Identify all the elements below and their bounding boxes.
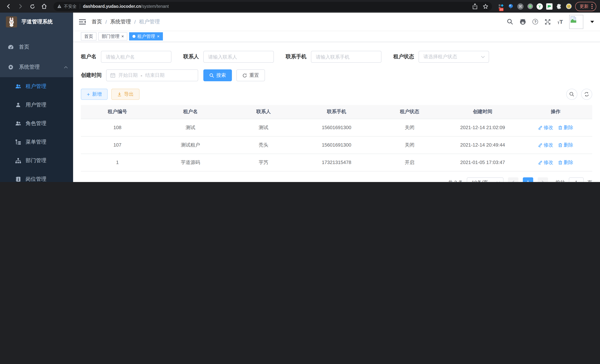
app-logo-image [6, 16, 17, 28]
extension-record-icon[interactable] [527, 3, 533, 9]
plus-icon: + [87, 91, 90, 97]
browser-back-icon[interactable] [4, 1, 13, 11]
omnibox-divider [80, 4, 80, 9]
browser-menu-icon[interactable] [591, 4, 593, 9]
export-button[interactable]: 导出 [111, 89, 140, 100]
tag-tenant[interactable]: 租户管理 × [129, 32, 163, 40]
date-range-picker[interactable]: 开始日期 - 结束日期 [106, 69, 198, 81]
goto-label: 前往 [555, 179, 565, 182]
extension-balloon-icon[interactable] [508, 3, 514, 9]
sidebar-item-system[interactable]: 系统管理 [0, 57, 73, 77]
font-size-icon[interactable]: TT [558, 19, 563, 25]
avatar[interactable] [569, 15, 583, 29]
chrome-update-button[interactable]: 更新 [575, 2, 596, 11]
col-tenant-name: 租户名 [154, 105, 227, 119]
help-icon[interactable]: ? [533, 19, 538, 25]
col-phone: 联系手机 [300, 105, 373, 119]
sidebar-fold-icon[interactable] [79, 19, 86, 25]
search-icon [209, 73, 214, 78]
browser-home-icon[interactable] [39, 1, 49, 11]
tag-home[interactable]: 首页 [81, 32, 96, 40]
current-page-button[interactable]: 1 [523, 177, 533, 182]
end-date-placeholder: 结束日期 [145, 72, 165, 79]
share-icon[interactable] [472, 3, 478, 9]
delete-button[interactable]: 删除 [558, 159, 573, 166]
extension-y-icon[interactable]: Y [536, 3, 543, 9]
tenant-name-input[interactable] [101, 51, 171, 63]
tag-dept[interactable]: 部门管理 × [98, 32, 127, 40]
page-size-select[interactable]: 10条/页 [467, 177, 504, 182]
delete-button[interactable]: 删除 [558, 124, 573, 131]
breadcrumb: 首页 / 系统管理 / 租户管理 [92, 18, 160, 25]
phone-input[interactable] [311, 51, 381, 63]
page-content: 租户名 联系人 联系手机 租户状态 请选择租户状态 [73, 42, 600, 182]
close-icon[interactable]: × [121, 34, 124, 38]
close-icon[interactable]: × [157, 34, 159, 38]
url-path: /system/tenant [141, 4, 169, 9]
col-created: 创建时间 [446, 105, 519, 119]
sidebar-item-posts[interactable]: 岗位管理 [0, 170, 73, 182]
user-icon [15, 102, 21, 108]
prev-page-button[interactable] [508, 177, 518, 182]
sidebar-item-roles[interactable]: 角色管理 [0, 114, 73, 133]
browser-reload-icon[interactable] [28, 1, 37, 11]
browser-forward-icon[interactable] [16, 1, 25, 11]
calendar-icon [110, 73, 115, 78]
edit-button[interactable]: 修改 [538, 159, 553, 166]
pen-icon [538, 160, 543, 165]
breadcrumb-current: 租户管理 [139, 18, 160, 25]
chevron-down-icon [497, 181, 500, 182]
extension-chat-icon[interactable] [546, 3, 553, 9]
table-header-row: 租户编号 租户名 联系人 联系手机 租户状态 创建时间 操作 [81, 105, 592, 119]
profile-avatar-icon[interactable] [565, 3, 572, 9]
search-icon[interactable] [507, 18, 513, 25]
table-row: 107 测试租户 秃头 15601691300 关闭 2021-12-14 20… [81, 136, 592, 154]
goto-page-input[interactable] [569, 177, 584, 182]
bookmark-star-icon[interactable] [483, 3, 488, 9]
search-icon [569, 92, 574, 97]
show-search-toggle-button[interactable] [566, 89, 577, 100]
contact-input[interactable] [203, 51, 274, 63]
sidebar-item-tenant[interactable]: 租户管理 [0, 77, 73, 96]
breadcrumb-home[interactable]: 首页 [92, 18, 102, 25]
app-logo-row[interactable]: 芋道管理系统 [0, 13, 73, 31]
extensions-puzzle-icon[interactable] [556, 3, 562, 9]
next-page-button[interactable] [538, 177, 548, 182]
sidebar-item-home[interactable]: 首页 [0, 37, 73, 57]
refresh-table-button[interactable] [581, 89, 592, 100]
tenant-table: 租户编号 租户名 联系人 联系手机 租户状态 创建时间 操作 108 测试 [81, 105, 592, 171]
security-label: 不安全 [64, 3, 77, 9]
pen-icon [538, 125, 543, 130]
extension-tiles-icon[interactable]: 10 [498, 3, 504, 9]
fullscreen-icon[interactable] [544, 18, 551, 25]
status-select[interactable]: 请选择租户状态 [419, 51, 489, 63]
sidebar-item-users[interactable]: 用户管理 [0, 96, 73, 114]
edit-button[interactable]: 修改 [538, 141, 553, 148]
avatar-caret-icon[interactable] [590, 21, 594, 23]
table-row: 108 测试 测试 15601691300 关闭 2021-12-14 21:0… [81, 119, 592, 136]
col-contact: 联系人 [227, 105, 300, 119]
edit-button[interactable]: 修改 [538, 124, 553, 131]
search-button[interactable]: 搜索 [203, 69, 232, 81]
sidebar-item-depts[interactable]: 部门管理 [0, 151, 73, 170]
refresh-icon [242, 73, 247, 78]
chevron-right-icon [541, 180, 544, 182]
add-button[interactable]: + 新增 [81, 89, 108, 100]
extension-cmd-icon[interactable]: ⌘ [517, 3, 524, 9]
sidebar-item-menus[interactable]: 菜单管理 [0, 133, 73, 151]
breadcrumb-system[interactable]: 系统管理 [110, 18, 131, 25]
sidebar: 芋道管理系统 首页 系统管理 [0, 13, 73, 182]
delete-button[interactable]: 删除 [558, 141, 573, 148]
trash-icon [558, 125, 562, 130]
system-submenu: 租户管理 用户管理 角色管理 [0, 77, 73, 182]
address-bar[interactable]: 不安全 dashboard.yudao.iocoder.cn/system/te… [53, 2, 492, 11]
col-actions: 操作 [519, 105, 592, 119]
table-row: 1 芋道源码 芋艿 17321315478 开启 2021-01-05 17:0… [81, 154, 592, 171]
tree-icon [15, 139, 21, 145]
tenant-users-icon [15, 84, 21, 89]
github-icon[interactable] [520, 18, 526, 25]
reset-button[interactable]: 重置 [236, 69, 265, 81]
active-dot [132, 35, 135, 38]
navbar: 首页 / 系统管理 / 租户管理 ? [73, 13, 600, 31]
create-time-label: 创建时间 [81, 72, 102, 79]
